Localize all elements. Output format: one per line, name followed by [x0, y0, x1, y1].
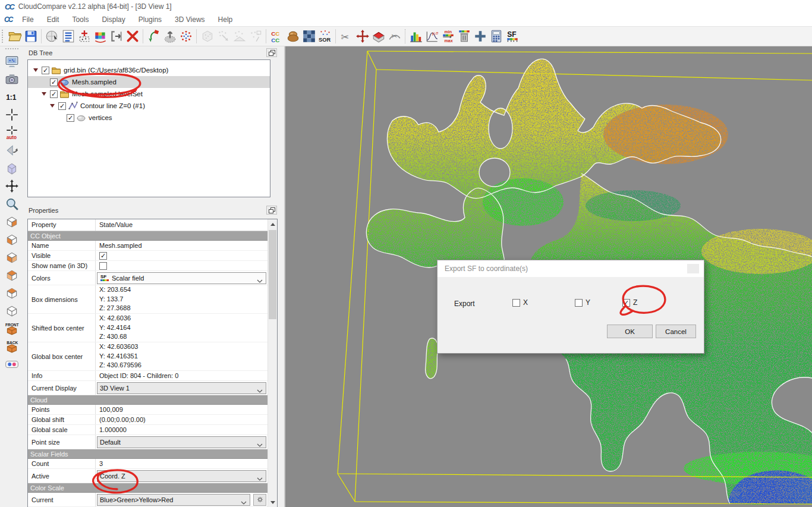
value-checkbox[interactable] [99, 262, 107, 270]
menu-file[interactable]: File [15, 14, 40, 26]
stereo-glasses-icon[interactable] [4, 356, 20, 373]
menu-help[interactable]: Help [212, 14, 240, 26]
float-icon [269, 50, 275, 56]
export-axis-x[interactable]: X [511, 298, 528, 307]
zoom-1-1-icon[interactable]: 1:1 [4, 89, 20, 105]
subsample-icon[interactable] [178, 29, 194, 45]
screenshot-icon[interactable] [4, 71, 20, 87]
properties-float-button[interactable] [266, 206, 277, 215]
register-pair-icon[interactable] [146, 29, 162, 45]
front-view-icon[interactable]: FRONT [4, 320, 20, 337]
value-combobox[interactable]: SFScalar field [97, 272, 266, 284]
toolbar-grip[interactable] [1, 29, 4, 43]
db-tree-float-button[interactable] [266, 48, 277, 57]
value-checkbox[interactable]: ✓ [99, 252, 107, 260]
menu-tools[interactable]: Tools [65, 14, 95, 26]
scroll-thumb[interactable] [269, 230, 276, 319]
menu-edit[interactable]: Edit [40, 14, 66, 26]
value-line: Z: 430.679596 [99, 361, 141, 370]
delete-icon[interactable] [124, 29, 140, 45]
view-toolbar-grip[interactable] [5, 48, 19, 51]
state-value-column-header[interactable]: State/Value [96, 219, 133, 231]
property-value[interactable]: Default [96, 435, 267, 449]
apply-transformation-icon[interactable] [108, 29, 124, 45]
menu-3d-views[interactable]: 3D Views [168, 14, 211, 26]
property-value[interactable]: 3D View 1 [96, 381, 267, 395]
zoom-magnifier-icon[interactable] [4, 196, 20, 212]
cube-view-front-icon[interactable] [4, 249, 20, 266]
sf-gaussian-icon[interactable]: μ,σ [424, 29, 440, 45]
value-combobox[interactable]: 3D View 1 [97, 382, 266, 394]
cube-view-left-icon[interactable] [4, 231, 20, 248]
menu-display[interactable]: Display [95, 14, 131, 26]
property-value[interactable]: Blue>Green>Yellow>Red [96, 493, 267, 506]
cube-view-right-icon[interactable] [4, 213, 20, 230]
save-file-icon[interactable] [23, 29, 39, 45]
point-picking-icon[interactable] [76, 29, 92, 45]
properties-scrollbar[interactable] [267, 219, 277, 507]
tree-item[interactable]: ✓Mesh.sampled [28, 76, 270, 88]
open-file-icon[interactable] [7, 29, 23, 45]
value-combobox[interactable]: Coord. Z [97, 470, 266, 482]
ortho-cube-icon[interactable] [4, 160, 20, 177]
expander-icon[interactable] [48, 104, 56, 108]
tree-checkbox[interactable]: ✓ [50, 78, 58, 86]
clay-blob-icon[interactable] [285, 29, 301, 45]
checkbox-y[interactable] [575, 299, 583, 307]
tree-checkbox[interactable]: ✓ [50, 90, 58, 98]
dialog-system-button[interactable] [687, 264, 699, 273]
checkbox-z[interactable]: ✓ [622, 299, 630, 307]
dialog-title-bar[interactable]: Export SF to coordinate(s) [438, 260, 704, 277]
pan-view-icon[interactable] [4, 178, 20, 194]
color-ramp-image-icon[interactable] [92, 29, 108, 45]
extract-sections-icon[interactable]: ✂ [386, 29, 402, 45]
pivot-center-icon[interactable] [4, 106, 20, 123]
sf-minmax-icon[interactable]: minmax [440, 29, 456, 45]
cube-view-top-icon[interactable] [4, 285, 20, 301]
property-column-header[interactable]: Property [28, 219, 96, 231]
tree-item[interactable]: ✓grid.bin (C:/Users/af836c/Desktop) [28, 64, 270, 76]
tree-item[interactable]: ✓vertices [28, 112, 270, 124]
sf-add-icon[interactable] [472, 29, 488, 45]
view-rotate-icon[interactable] [4, 142, 20, 159]
scroll-up-button[interactable] [268, 219, 278, 229]
tree-item[interactable]: ✓Mesh.sampled.levelSet [28, 88, 270, 100]
merge-clouds-icon[interactable] [162, 29, 178, 45]
cancel-button[interactable]: Cancel [656, 325, 696, 338]
checkbox-x[interactable] [512, 299, 520, 307]
fullscreen-3d-icon[interactable] [4, 53, 20, 70]
pivot-auto-icon[interactable]: auto [4, 124, 20, 141]
expander-icon[interactable] [40, 92, 48, 96]
ok-button[interactable]: OK [607, 325, 653, 338]
cross-section-icon[interactable] [370, 29, 386, 45]
tree-checkbox[interactable]: ✓ [67, 114, 74, 122]
segment-scissors-icon[interactable]: ✂ [338, 29, 354, 45]
property-label: Name [28, 241, 96, 250]
sf-calculator-icon[interactable] [488, 29, 504, 45]
menu-plugins[interactable]: Plugins [132, 14, 168, 26]
interactive-transform-icon[interactable] [354, 29, 370, 45]
export-axis-z[interactable]: ✓Z [621, 298, 637, 307]
tree-item[interactable]: ✓Contour line Z=0 (#1) [28, 100, 270, 112]
back-view-icon[interactable]: BACK [4, 338, 20, 355]
value-combobox[interactable]: Default [97, 436, 266, 448]
color-scale-settings-button[interactable] [253, 494, 266, 506]
sor-filter-icon[interactable]: SOR [317, 29, 333, 45]
export-axis-y[interactable]: Y [573, 298, 590, 307]
cc-letters-icon[interactable]: CCCC [269, 29, 285, 45]
rotation-center-icon[interactable] [44, 29, 60, 45]
property-value[interactable]: Coord. Z [96, 469, 267, 483]
sf-export-icon[interactable]: SF [504, 29, 520, 45]
tree-checkbox[interactable]: ✓ [58, 102, 66, 110]
cube-view-corner-icon[interactable] [4, 267, 20, 284]
property-value[interactable]: SFScalar field [96, 271, 267, 285]
sf-histogram-icon[interactable] [408, 29, 424, 45]
display-params-icon[interactable] [60, 29, 76, 45]
tree-checkbox[interactable]: ✓ [42, 67, 49, 74]
scroll-down-button[interactable] [268, 497, 278, 507]
value-combobox[interactable]: Blue>Green>Yellow>Red [97, 494, 250, 506]
expander-icon[interactable] [32, 68, 40, 72]
checkerboard-icon[interactable] [301, 29, 317, 45]
cube-view-plain-icon[interactable] [4, 303, 20, 319]
sf-delete-icon[interactable] [456, 29, 472, 45]
